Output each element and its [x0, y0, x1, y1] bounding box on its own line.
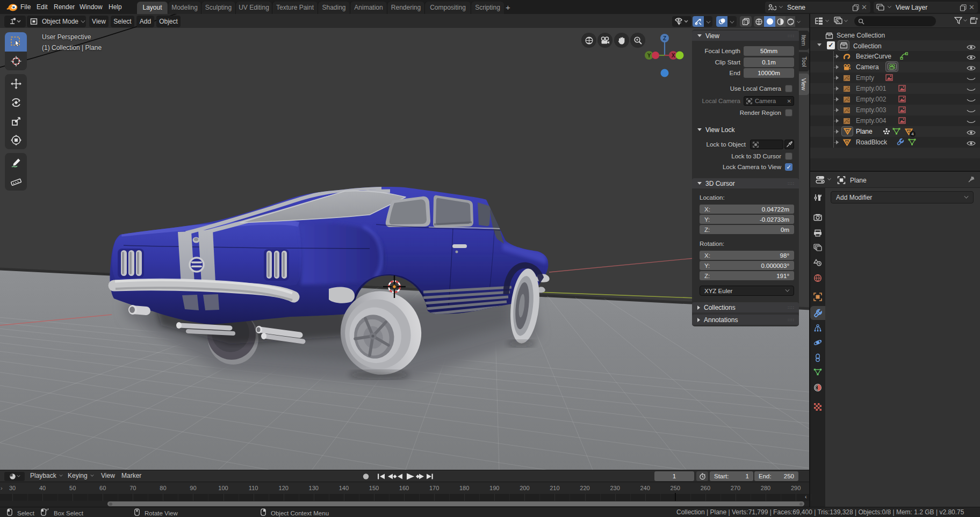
svg-text:X: X — [672, 53, 675, 59]
svg-text:Z: Z — [663, 35, 666, 41]
svg-text:Y: Y — [647, 53, 651, 59]
